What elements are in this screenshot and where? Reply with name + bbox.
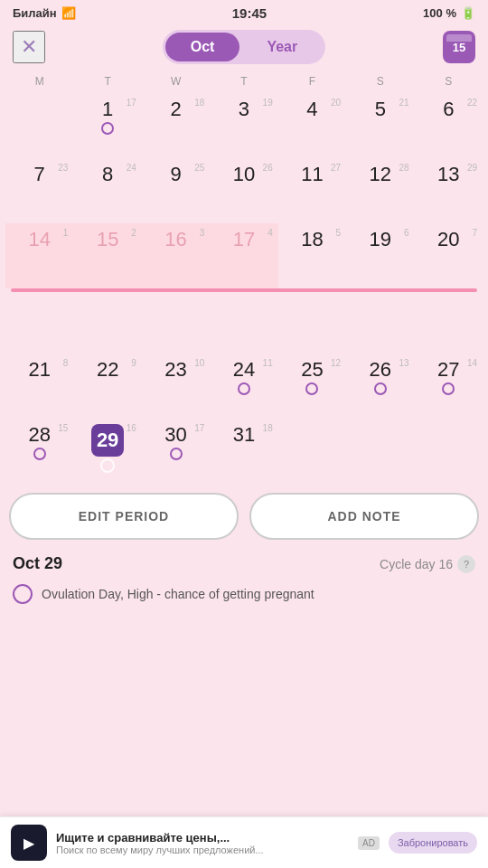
cell-main-date[interactable]: 18 [301, 229, 323, 250]
cell-main-date[interactable]: 6 [443, 99, 454, 120]
ad-button[interactable]: Забронировать [389, 832, 477, 854]
cell-main-date[interactable]: 10 [233, 164, 255, 185]
cal-cell-3-6[interactable]: 1427 [415, 354, 483, 419]
cal-cell-3-3[interactable]: 1124 [210, 354, 277, 419]
carrier-info: Билайн 📶 [13, 6, 76, 20]
cal-cell-1-6[interactable]: 2913 [415, 158, 483, 223]
cell-main-date[interactable]: 31 [233, 424, 255, 446]
dot-ring-purple [101, 122, 114, 135]
cal-cell-1-3[interactable]: 2610 [210, 158, 277, 223]
cell-main-date[interactable]: 27 [437, 359, 459, 381]
cal-cell-3-5[interactable]: 1326 [346, 354, 414, 419]
cell-sub-date: 9 [131, 358, 136, 368]
cell-sub-date: 3 [200, 228, 205, 238]
edit-period-button[interactable]: EDIT PERIOD [9, 493, 239, 540]
cell-main-date[interactable]: 24 [233, 359, 255, 381]
selected-date-number[interactable]: 29 [91, 424, 124, 457]
cell-main-date[interactable]: 1 [102, 99, 113, 120]
cell-main-date[interactable]: 23 [164, 359, 186, 381]
cal-cell-2-3[interactable]: 417 [210, 223, 277, 288]
cal-cell-1-4[interactable]: 2711 [278, 158, 346, 223]
cal-cell-2-0[interactable]: 114 [5, 223, 73, 288]
cell-sub-date: 26 [263, 163, 273, 173]
cal-cell-4-2[interactable]: 1730 [142, 419, 210, 484]
cell-sub-date: 21 [399, 98, 408, 108]
cell-main-date[interactable]: 9 [170, 164, 181, 185]
cal-cell-1-2[interactable]: 259 [142, 158, 210, 223]
day-headers: M T W T F S S [5, 71, 483, 91]
cal-cell-1-1[interactable]: 248 [73, 158, 141, 223]
cal-cell-2-6[interactable]: 720 [415, 223, 483, 288]
help-icon[interactable]: ? [457, 555, 475, 573]
cell-main-date[interactable]: 14 [28, 229, 50, 250]
cal-cell-4-3[interactable]: 1831 [210, 419, 277, 484]
cal-cell-2-5[interactable]: 619 [346, 223, 414, 288]
cal-cell-0-1[interactable]: 171 [73, 93, 141, 158]
day-header-M: M [5, 71, 73, 91]
cal-cell-4-6 [415, 419, 483, 484]
day-header-S1: S [346, 71, 414, 91]
cal-cell-3-4[interactable]: 1225 [278, 354, 346, 419]
close-button[interactable]: ✕ [13, 31, 45, 63]
dot-ring-purple [442, 382, 455, 395]
cell-main-date[interactable]: 19 [370, 229, 391, 250]
cell-main-date[interactable]: 21 [28, 359, 50, 381]
cell-main-date[interactable]: 12 [370, 164, 391, 185]
calendar-grid: 1711821932042152262372482592610271128122… [5, 93, 483, 484]
cell-main-date[interactable]: 16 [164, 229, 186, 250]
cell-sub-date: 2 [131, 228, 136, 238]
cell-main-date[interactable]: 11 [301, 164, 323, 185]
cell-main-date[interactable]: 20 [437, 229, 459, 250]
cell-main-date[interactable]: 13 [437, 164, 459, 185]
cal-cell-0-3[interactable]: 193 [210, 93, 277, 158]
carrier-text: Билайн [13, 6, 57, 20]
cell-sub-date: 17 [127, 98, 136, 108]
cell-main-date[interactable]: 3 [239, 99, 249, 120]
cal-cell-2-4[interactable]: 518 [278, 223, 346, 288]
cal-cell-2-2[interactable]: 316 [142, 223, 210, 288]
cell-sub-date: 29 [467, 163, 477, 173]
cal-cell-4-0[interactable]: 1528 [5, 419, 73, 484]
cal-cell-3-0[interactable]: 821 [5, 354, 73, 419]
tab-oct[interactable]: Oct [165, 33, 240, 61]
cell-main-date[interactable]: 8 [102, 164, 113, 185]
cal-cell-0-6[interactable]: 226 [415, 93, 483, 158]
cell-sub-date: 11 [263, 358, 273, 368]
cell-sub-date: 23 [58, 163, 68, 173]
ovulation-text: Ovulation Day, High - chance of getting … [42, 587, 314, 601]
add-note-button[interactable]: ADD NOTE [249, 493, 479, 540]
cal-cell-0-2[interactable]: 182 [142, 93, 210, 158]
tab-year[interactable]: Year [241, 33, 323, 61]
cal-cell-0-5[interactable]: 215 [346, 93, 414, 158]
cell-main-date[interactable]: 4 [306, 99, 317, 120]
cell-main-date[interactable]: 22 [97, 359, 118, 381]
cal-cell-1-5[interactable]: 2812 [346, 158, 414, 223]
cell-main-date[interactable]: 28 [28, 424, 50, 446]
cell-sub-date: 6 [404, 228, 409, 238]
cal-cell-2-1[interactable]: 215 [73, 223, 141, 288]
cell-main-date[interactable]: 15 [97, 229, 118, 250]
cell-sub-date: 18 [194, 98, 204, 108]
cell-main-date[interactable]: 5 [375, 99, 386, 120]
cal-cell-1-0[interactable]: 237 [5, 158, 73, 223]
cell-sub-date: 14 [467, 358, 477, 368]
cell-main-date[interactable]: 2 [170, 99, 181, 120]
calendar-today-icon[interactable]: 15 [443, 31, 475, 63]
cell-sub-date: 19 [263, 98, 273, 108]
battery-info: 100 % 🔋 [423, 6, 475, 20]
battery-icon: 🔋 [461, 6, 475, 20]
cell-sub-date: 18 [263, 423, 273, 433]
cal-cell-0-4[interactable]: 204 [278, 93, 346, 158]
ovulation-ring-icon [13, 584, 33, 604]
cell-main-date[interactable]: 25 [301, 359, 323, 381]
cell-main-date[interactable]: 7 [34, 164, 45, 185]
cal-cell-4-1[interactable]: 1629 [73, 419, 141, 484]
cell-main-date[interactable]: 17 [233, 229, 255, 250]
cal-cell-3-1[interactable]: 922 [73, 354, 141, 419]
cal-cell-3-2[interactable]: 1023 [142, 354, 210, 419]
ad-logo: ▶ [11, 825, 47, 861]
cell-main-date[interactable]: 30 [164, 424, 186, 446]
cell-main-date[interactable]: 26 [370, 359, 391, 381]
cell-sub-date: 8 [63, 358, 69, 368]
cal-cell-4-4 [278, 419, 346, 484]
